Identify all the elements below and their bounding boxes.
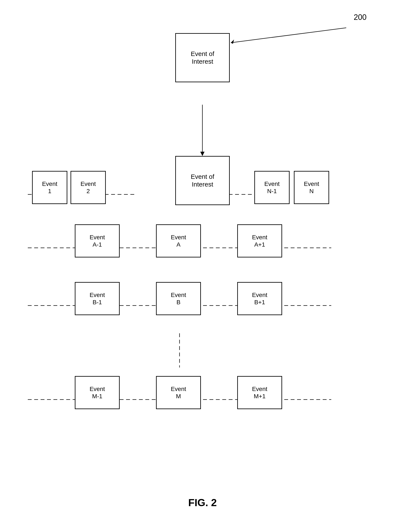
mid-event-label: Event of Interest xyxy=(191,173,214,188)
svg-marker-3 xyxy=(200,152,204,156)
eventM2-box: Event M+1 xyxy=(237,376,282,409)
svg-marker-1 xyxy=(231,40,234,44)
eventA1-label: Event A-1 xyxy=(89,234,105,248)
eventN-label: Event N xyxy=(304,180,319,195)
event2-label: Event 2 xyxy=(81,180,96,195)
eventA1-box: Event A-1 xyxy=(75,224,120,258)
eventN1-box: Event N-1 xyxy=(254,171,290,204)
eventB2-label: Event B+1 xyxy=(252,292,267,306)
eventA2-box: Event A+1 xyxy=(237,224,282,258)
eventB1-box: Event B-1 xyxy=(75,282,120,315)
eventM-label: Event M xyxy=(171,386,186,400)
event2-box: Event 2 xyxy=(71,171,106,204)
eventB1-label: Event B-1 xyxy=(89,292,105,306)
eventM2-label: Event M+1 xyxy=(252,386,267,400)
eventA-box: Event A xyxy=(156,224,201,258)
event1-box: Event 1 xyxy=(32,171,67,204)
eventB-label: Event B xyxy=(171,292,186,306)
eventB-box: Event B xyxy=(156,282,201,315)
diagram-container: 200 xyxy=(0,0,405,532)
eventN-box: Event N xyxy=(294,171,329,204)
eventA-label: Event A xyxy=(171,234,186,248)
top-event-box: Event of Interest xyxy=(175,33,230,82)
svg-line-0 xyxy=(231,28,346,43)
mid-event-box: Event of Interest xyxy=(175,156,230,205)
top-event-label: Event of Interest xyxy=(191,50,214,65)
eventM1-label: Event M-1 xyxy=(89,386,105,400)
event1-label: Event 1 xyxy=(42,180,57,195)
eventA2-label: Event A+1 xyxy=(252,234,267,248)
eventB2-box: Event B+1 xyxy=(237,282,282,315)
eventN1-label: Event N-1 xyxy=(264,180,280,195)
figure-label: FIG. 2 xyxy=(0,497,405,508)
eventM-box: Event M xyxy=(156,376,201,409)
eventM1-box: Event M-1 xyxy=(75,376,120,409)
ref-number: 200 xyxy=(354,13,366,22)
